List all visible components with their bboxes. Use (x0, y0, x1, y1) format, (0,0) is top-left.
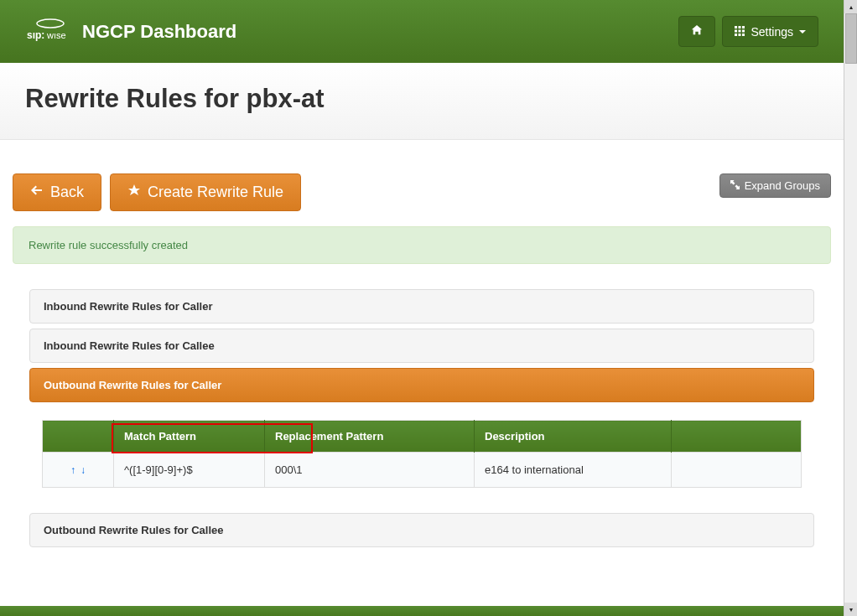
star-icon (127, 184, 141, 201)
page-title: Rewrite Rules for pbx-at (25, 84, 818, 114)
panel-body-outbound-caller: Match Pattern Replacement Pattern Descri… (29, 407, 814, 513)
scroll-down-icon[interactable]: ▾ (844, 603, 857, 616)
alert-message: Rewrite rule successfully created (29, 239, 188, 251)
panel-inbound-callee[interactable]: Inbound Rewrite Rules for Callee (29, 329, 814, 363)
svg-rect-3 (735, 26, 737, 28)
svg-text:sıp:: sıp: (27, 29, 44, 41)
table-row[interactable]: ↑ ↓ ^([1-9][0-9]+)$ 000\1 e164 to intern… (43, 453, 802, 488)
settings-label: Settings (751, 25, 793, 39)
action-bar: Back Create Rewrite Rule Expand Groups (13, 173, 831, 211)
back-label: Back (50, 184, 84, 201)
cell-description: e164 to international (475, 453, 672, 488)
panel-outbound-callee[interactable]: Outbound Rewrite Rules for Callee (29, 513, 814, 547)
nav-right: Settings (678, 16, 818, 47)
table-header-description: Description (475, 421, 672, 453)
svg-rect-7 (739, 29, 741, 32)
scroll-thumb[interactable] (845, 13, 857, 64)
content-area: Back Create Rewrite Rule Expand Groups (0, 140, 844, 603)
brand-title: NGCP Dashboard (82, 21, 236, 43)
panel-inbound-caller[interactable]: Inbound Rewrite Rules for Caller (29, 289, 814, 324)
create-label: Create Rewrite Rule (148, 184, 283, 201)
table-header-sort (43, 421, 114, 453)
back-button[interactable]: Back (13, 173, 101, 211)
cell-actions (672, 453, 802, 488)
svg-text:wıse: wıse (46, 30, 66, 40)
svg-rect-9 (735, 34, 737, 36)
arrow-left-icon (30, 184, 44, 201)
scroll-up-icon[interactable]: ▴ (844, 0, 857, 13)
svg-rect-6 (735, 29, 737, 32)
create-rule-button[interactable]: Create Rewrite Rule (110, 173, 301, 211)
table-header-match: Match Pattern (114, 421, 265, 453)
svg-rect-4 (739, 26, 741, 28)
panels-container: Inbound Rewrite Rules for Caller Inbound… (13, 289, 831, 547)
outer-scrollbar[interactable]: ▴ ▾ (844, 0, 857, 616)
rules-table: Match Pattern Replacement Pattern Descri… (42, 420, 802, 488)
settings-button[interactable]: Settings (722, 16, 818, 47)
svg-point-0 (37, 19, 64, 28)
chevron-down-icon (799, 30, 806, 34)
success-alert: Rewrite rule successfully created (13, 226, 831, 264)
home-button[interactable] (678, 16, 715, 47)
footer-bar (0, 606, 844, 616)
table-header-actions (672, 421, 802, 453)
grid-icon (735, 25, 745, 39)
expand-label: Expand Groups (745, 179, 820, 192)
svg-rect-10 (739, 34, 741, 36)
page-header-section: Rewrite Rules for pbx-at (0, 63, 844, 140)
move-up-icon[interactable]: ↑ (70, 464, 75, 476)
home-icon (691, 24, 703, 39)
svg-rect-11 (742, 34, 745, 36)
table-header-replacement: Replacement Pattern (265, 421, 475, 453)
svg-rect-5 (742, 26, 745, 28)
expand-icon (730, 179, 740, 192)
expand-groups-button[interactable]: Expand Groups (719, 173, 831, 198)
page-container: sıp: wıse NGCP Dashboard (0, 0, 844, 616)
svg-rect-8 (742, 29, 745, 32)
panel-outbound-caller[interactable]: Outbound Rewrite Rules for Caller (29, 368, 814, 402)
move-down-icon[interactable]: ↓ (81, 464, 86, 476)
brand[interactable]: sıp: wıse NGCP Dashboard (25, 18, 236, 45)
sipwise-logo: sıp: wıse (25, 18, 75, 45)
cell-match: ^([1-9][0-9]+)$ (114, 453, 265, 488)
cell-replacement: 000\1 (265, 453, 475, 488)
top-navbar: sıp: wıse NGCP Dashboard (0, 0, 844, 63)
